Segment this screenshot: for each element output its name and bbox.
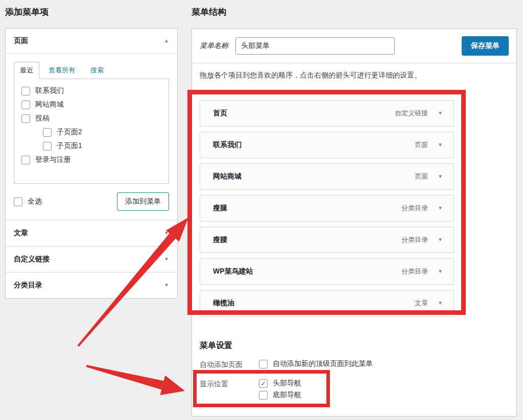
- drag-drop-instruction: 拖放各个项目到您喜欢的顺序，点击右侧的箭头可进行更详细的设置。: [192, 63, 516, 88]
- checkbox-icon[interactable]: ✓: [259, 379, 268, 388]
- display-location-label: 显示位置: [200, 379, 259, 389]
- menu-item-label: 橄榄油: [213, 299, 234, 308]
- page-list-item-label: 网站商城: [35, 100, 64, 109]
- pages-tabs: 最近查看所有搜索: [14, 62, 169, 79]
- menu-item-type: 分类目录: [401, 267, 428, 276]
- accordion-section-label: 分类目录: [14, 281, 42, 290]
- checkbox-icon[interactable]: [259, 391, 268, 400]
- page-list-item-label: 登录与注册: [35, 155, 71, 164]
- menu-item-type: 页面: [415, 140, 428, 150]
- select-all-checkbox[interactable]: 全选: [14, 197, 42, 206]
- menu-name-row: 菜单名称 保存菜单: [192, 29, 516, 63]
- chevron-down-icon[interactable]: ▼: [438, 301, 443, 306]
- menu-item-meta: 文章▼: [415, 299, 443, 308]
- chevron-down-icon[interactable]: ▼: [438, 142, 443, 147]
- accordion-section-header[interactable]: 分类目录▼: [6, 272, 177, 298]
- menu-item-type: 分类目录: [401, 204, 428, 213]
- auto-add-pages-row: 自动添加页面 自动添加新的顶级页面到此菜单: [192, 359, 516, 371]
- accordion-section-header[interactable]: 文章▼: [6, 220, 177, 246]
- page-list-item[interactable]: 登录与注册: [21, 155, 161, 164]
- chevron-down-icon[interactable]: ▼: [438, 237, 443, 242]
- menu-structure-item[interactable]: 联系我们页面▼: [200, 132, 454, 158]
- menu-item-label: 首页: [213, 109, 227, 118]
- chevron-down-icon: ▼: [164, 231, 169, 236]
- add-to-menu-button[interactable]: 添加到菜单: [117, 192, 169, 211]
- page-list-item[interactable]: 联系我们: [21, 86, 161, 95]
- menu-item-meta: 页面▼: [415, 172, 443, 181]
- page-list-item[interactable]: 子页面1: [43, 141, 161, 151]
- menu-structure-column: 菜单结构 菜单名称 保存菜单 拖放各个项目到您喜欢的顺序，点击右侧的箭头可进行更…: [192, 6, 517, 416]
- pages-panel-footer: 全选 添加到菜单: [14, 192, 169, 211]
- display-location-checkbox[interactable]: ✓头部导航: [259, 379, 301, 388]
- menu-settings-title: 菜单设置: [200, 340, 509, 351]
- checkbox-icon[interactable]: [14, 197, 22, 206]
- menu-items-list: 首页自定义链接▼联系我们页面▼网站商城页面▼瘦腿分类目录▼瘦腰分类目录▼WP菜鸟…: [192, 88, 516, 316]
- menu-item-meta: 页面▼: [415, 140, 443, 150]
- pages-checkbox-list: 联系我们网站商城投稿子页面2子页面1登录与注册: [14, 79, 169, 184]
- red-arrow-to-display-location: [86, 365, 185, 395]
- menu-item-type: 自定义链接: [395, 109, 428, 118]
- menu-item-label: 网站商城: [213, 172, 242, 181]
- menu-item-meta: 分类目录▼: [401, 235, 443, 244]
- menu-item-meta: 分类目录▼: [401, 267, 443, 276]
- menu-item-type: 文章: [415, 299, 428, 308]
- page-list-item[interactable]: 子页面2: [43, 128, 161, 137]
- pages-tab[interactable]: 搜索: [84, 62, 110, 79]
- checkbox-icon[interactable]: [21, 101, 30, 109]
- checkbox-icon[interactable]: [21, 87, 30, 95]
- menu-structure-item[interactable]: 瘦腰分类目录▼: [200, 227, 454, 253]
- checkbox-icon[interactable]: [21, 156, 30, 164]
- page-list-item[interactable]: 网站商城: [21, 100, 161, 109]
- pages-panel-body: 最近查看所有搜索 联系我们网站商城投稿子页面2子页面1登录与注册 全选 添加到菜…: [6, 53, 177, 220]
- menu-item-type: 页面: [415, 172, 428, 181]
- page-list-item-label: 联系我们: [35, 86, 64, 95]
- display-location-option-label: 底部导航: [273, 390, 301, 400]
- accordion-section-header[interactable]: 自定义链接▼: [6, 246, 177, 272]
- pages-panel-title: 页面: [14, 36, 28, 45]
- chevron-down-icon: ▼: [164, 257, 169, 262]
- menu-structure-item[interactable]: 瘦腿分类目录▼: [200, 195, 454, 221]
- collapsed-accordion-sections: 文章▼自定义链接▼分类目录▼: [6, 220, 177, 298]
- display-location-checkbox[interactable]: 底部导航: [259, 390, 301, 400]
- menu-item-label: WP菜鸟建站: [213, 267, 253, 276]
- chevron-up-icon: ▲: [164, 38, 169, 43]
- display-location-option-label: 头部导航: [273, 379, 301, 388]
- auto-add-pages-checkbox[interactable]: 自动添加新的顶级页面到此菜单: [259, 359, 373, 368]
- menu-item-label: 瘦腿: [213, 204, 227, 213]
- menu-name-input[interactable]: [235, 37, 395, 55]
- menu-structure-title: 菜单结构: [192, 6, 517, 18]
- auto-add-pages-label: 自动添加页面: [200, 359, 259, 369]
- save-menu-button[interactable]: 保存菜单: [462, 36, 509, 56]
- menu-item-type: 分类目录: [401, 235, 428, 244]
- pages-tab[interactable]: 查看所有: [42, 62, 81, 79]
- chevron-down-icon[interactable]: ▼: [438, 269, 443, 274]
- menu-structure-item[interactable]: 首页自定义链接▼: [200, 100, 454, 127]
- menu-structure-item[interactable]: 橄榄油文章▼: [200, 290, 454, 316]
- menu-structure-item[interactable]: WP菜鸟建站分类目录▼: [200, 258, 454, 285]
- checkbox-icon[interactable]: [43, 142, 52, 151]
- checkbox-icon[interactable]: [259, 360, 268, 368]
- checkbox-icon[interactable]: [43, 128, 52, 137]
- page-list-item[interactable]: 投稿: [21, 114, 161, 123]
- chevron-down-icon: ▼: [164, 283, 169, 288]
- chevron-down-icon[interactable]: ▼: [438, 111, 443, 116]
- chevron-down-icon[interactable]: ▼: [438, 206, 443, 211]
- menu-item-label: 联系我们: [213, 140, 242, 150]
- add-menu-items-column: 添加菜单项 页面 ▲ 最近查看所有搜索 联系我们网站商城投稿子页面2子页面1登录…: [5, 6, 178, 299]
- page-list-item-label: 投稿: [35, 114, 50, 123]
- display-location-options: ✓头部导航底部导航: [259, 379, 301, 402]
- accordion-section-label: 自定义链接: [14, 255, 50, 264]
- add-menu-items-title: 添加菜单项: [5, 6, 178, 18]
- menu-item-meta: 自定义链接▼: [395, 109, 443, 118]
- accordion-section-label: 文章: [14, 229, 28, 238]
- page-list-item-label: 子页面2: [57, 128, 82, 137]
- chevron-down-icon[interactable]: ▼: [438, 174, 443, 179]
- menu-name-label: 菜单名称: [200, 41, 228, 51]
- checkbox-icon[interactable]: [21, 114, 30, 123]
- menu-structure-panel: 菜单名称 保存菜单 拖放各个项目到您喜欢的顺序，点击右侧的箭头可进行更详细的设置…: [192, 29, 517, 416]
- menu-item-label: 瘦腰: [213, 235, 227, 244]
- menu-structure-item[interactable]: 网站商城页面▼: [200, 163, 454, 190]
- select-all-label: 全选: [28, 197, 42, 206]
- pages-panel-header[interactable]: 页面 ▲: [6, 29, 177, 53]
- pages-tab[interactable]: 最近: [14, 62, 39, 79]
